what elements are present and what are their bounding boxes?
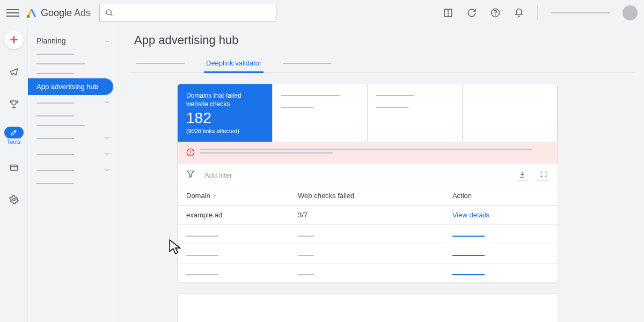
google-ads-icon <box>26 7 38 19</box>
nav-item-app-advertising-hub[interactable]: App advertising hub <box>28 78 113 95</box>
create-button[interactable] <box>4 30 24 49</box>
view-details-link[interactable]: View details <box>452 211 489 219</box>
col-domain[interactable]: Domain↑ <box>178 186 289 206</box>
nav-item[interactable] <box>28 69 119 78</box>
error-icon <box>186 148 195 159</box>
chevron-down-icon: ﹀ <box>105 151 110 158</box>
search-input[interactable] <box>99 4 276 22</box>
nav-item[interactable] <box>28 59 119 69</box>
svg-marker-15 <box>187 171 194 178</box>
page-title: App advertising hub <box>134 33 634 47</box>
cell-domain: example.ad <box>178 206 289 225</box>
scorecard-failed-domains[interactable]: Domains that failed website checks 182 (… <box>178 84 273 142</box>
tab[interactable] <box>281 57 333 69</box>
svg-point-14 <box>191 154 191 155</box>
svg-point-6 <box>495 14 496 15</box>
alert-banner <box>178 142 558 164</box>
cell-action: View details <box>444 206 558 225</box>
domains-table: Domain↑ Web checks failed Action example… <box>178 186 558 283</box>
app-name-1: Google <box>41 8 72 18</box>
tools-nav[interactable]: Tools <box>4 127 24 145</box>
notifications-icon[interactable] <box>514 8 524 18</box>
nav-item[interactable]: ﹀ <box>28 130 119 147</box>
admin-icon[interactable] <box>4 190 24 209</box>
table-row <box>178 225 558 244</box>
table-row: example.ad 3/7 View details <box>178 206 558 225</box>
divider <box>537 5 538 20</box>
menu-button[interactable] <box>6 6 19 19</box>
validator-card: Domains that failed website checks 182 (… <box>177 84 558 283</box>
nav-item[interactable]: ﹀ <box>28 147 119 163</box>
cell-checks: 3/7 <box>289 206 444 225</box>
campaigns-icon[interactable] <box>4 62 24 82</box>
nav-item[interactable]: ﹀ <box>28 95 119 111</box>
billing-icon[interactable] <box>4 158 24 177</box>
help-icon[interactable] <box>490 8 501 18</box>
scorecard[interactable] <box>463 84 558 142</box>
chevron-down-icon: ﹀ <box>105 99 110 107</box>
col-action[interactable]: Action <box>444 186 558 206</box>
sort-asc-icon: ↑ <box>214 193 217 199</box>
nav-item[interactable] <box>28 111 119 121</box>
chevron-up-icon: ︿ <box>105 37 110 45</box>
svg-point-0 <box>27 15 30 18</box>
avatar[interactable] <box>623 5 638 20</box>
plus-icon <box>9 34 19 45</box>
col-checks[interactable]: Web checks failed <box>289 186 444 206</box>
scorecard[interactable] <box>368 84 463 142</box>
tools-icon <box>10 129 18 136</box>
scorecard[interactable] <box>273 84 368 142</box>
svg-rect-9 <box>10 165 18 171</box>
account-selector[interactable] <box>551 12 610 13</box>
download-icon[interactable] <box>517 170 528 180</box>
appearance-icon[interactable] <box>443 8 453 18</box>
tab[interactable] <box>134 57 187 69</box>
svg-point-11 <box>12 199 15 201</box>
chevron-down-icon: ﹀ <box>105 135 110 142</box>
expand-icon[interactable] <box>538 170 549 180</box>
secondary-card <box>177 293 558 322</box>
nav-item[interactable] <box>28 49 119 59</box>
svg-point-1 <box>106 10 111 14</box>
nav-item[interactable] <box>28 179 119 188</box>
nav-item[interactable] <box>28 121 119 130</box>
filter-icon[interactable] <box>186 170 195 180</box>
search-icon <box>105 9 114 17</box>
nav-item[interactable]: ﹀ <box>28 163 119 179</box>
app-name-2: Ads <box>74 8 91 18</box>
svg-line-2 <box>111 14 112 16</box>
logo: Google Ads <box>26 7 91 19</box>
goals-icon[interactable] <box>4 94 24 114</box>
tab-deeplink-validator[interactable]: Deeplink validator <box>204 54 264 72</box>
chevron-down-icon: ﹀ <box>105 167 110 174</box>
add-filter[interactable]: Add filter <box>204 171 232 179</box>
table-row <box>178 244 558 264</box>
nav-section-planning[interactable]: Planning ︿ <box>28 32 119 49</box>
table-row <box>178 264 558 283</box>
refresh-icon[interactable] <box>466 8 477 18</box>
